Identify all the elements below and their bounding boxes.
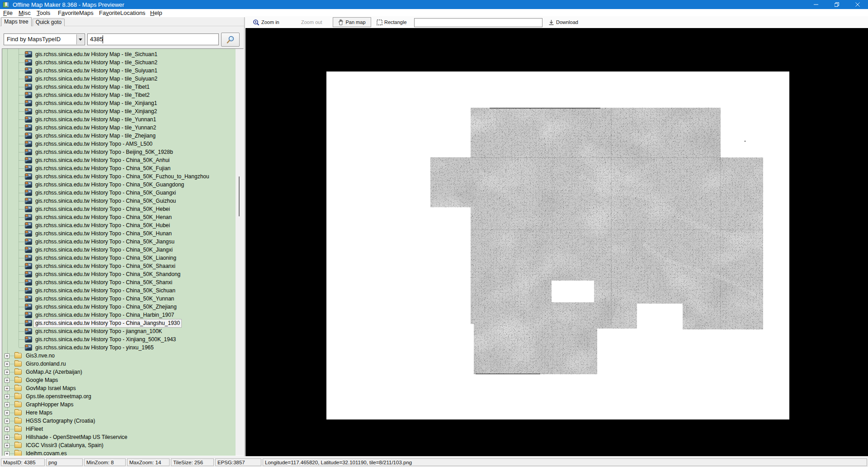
expand-plus-icon[interactable] — [5, 353, 9, 358]
magnifier-icon — [226, 35, 235, 44]
tree-folder[interactable]: HGSS Cartography (Croatia) — [2, 417, 236, 425]
tree-scrollbar[interactable] — [236, 49, 243, 456]
tree-item[interactable]: gis.rchss.sinica.edu.tw History Topo - C… — [2, 254, 236, 262]
hand-icon — [338, 19, 344, 25]
folder-icon — [14, 443, 22, 448]
rectangle-button[interactable]: Rectangle — [376, 16, 408, 28]
expand-plus-icon[interactable] — [5, 435, 9, 440]
tree-item[interactable]: gis.rchss.sinica.edu.tw History Topo - C… — [2, 205, 236, 213]
tree-item[interactable]: gis.rchss.sinica.edu.tw History Map - ti… — [2, 124, 236, 132]
expand-plus-icon[interactable] — [5, 410, 9, 415]
tree-item[interactable]: gis.rchss.sinica.edu.tw History Topo - C… — [2, 246, 236, 254]
tree-item[interactable]: gis.rchss.sinica.edu.tw History Topo - B… — [2, 148, 236, 156]
tree-item[interactable]: gis.rchss.sinica.edu.tw History Topo - C… — [2, 156, 236, 164]
download-icon — [548, 19, 554, 25]
minimize-button[interactable] — [806, 0, 826, 9]
tree-scrollbar-thumb[interactable] — [239, 176, 240, 216]
zoom-in-button[interactable]: Zoom in — [253, 16, 279, 28]
tree-item[interactable]: gis.rchss.sinica.edu.tw History Topo - y… — [2, 343, 236, 352]
tree-folder[interactable]: Gps.tile.openstreetmap.org — [2, 392, 236, 400]
tree-item[interactable]: gis.rchss.sinica.edu.tw History Topo - C… — [2, 172, 236, 181]
tree-item[interactable]: gis.rchss.sinica.edu.tw History Topo - A… — [2, 140, 236, 148]
expand-plus-icon[interactable] — [5, 451, 9, 456]
search-input[interactable]: 4385 — [87, 33, 219, 45]
tree-item[interactable]: gis.rchss.sinica.edu.tw History Topo - C… — [2, 238, 236, 246]
tree-folder[interactable]: GoMap.Az (Azerbaijan) — [2, 368, 236, 376]
tree-item[interactable]: gis.rchss.sinica.edu.tw History Map - ti… — [2, 83, 236, 91]
tree-item[interactable]: gis.rchss.sinica.edu.tw History Topo - C… — [2, 278, 236, 286]
tree-folder[interactable]: GraphHopper Maps — [2, 400, 236, 409]
tree-folder[interactable]: Ideihm.covam.es — [2, 449, 236, 456]
menu-tools[interactable]: Tools — [37, 9, 50, 17]
tree-item[interactable]: gis.rchss.sinica.edu.tw History Map - ti… — [2, 91, 236, 99]
tree-item[interactable]: gis.rchss.sinica.edu.tw History Map - ti… — [2, 50, 236, 58]
tree-item[interactable]: gis.rchss.sinica.edu.tw History Topo - C… — [2, 164, 236, 172]
tree-item[interactable]: gis.rchss.sinica.edu.tw History Map - ti… — [2, 75, 236, 83]
pan-map-button[interactable]: Pan map — [333, 17, 371, 27]
tree-item[interactable]: gis.rchss.sinica.edu.tw History Topo - C… — [2, 262, 236, 270]
find-by-dropdown[interactable]: Find by MapsTypeID — [4, 33, 85, 45]
tree-folder[interactable]: Google Maps — [2, 376, 236, 384]
tree-folder[interactable]: HiFleet — [2, 425, 236, 433]
tree-item[interactable]: gis.rchss.sinica.edu.tw History Topo - C… — [2, 270, 236, 278]
close-button[interactable] — [847, 0, 868, 9]
tree-folder[interactable]: Gis3.nve.no — [2, 352, 236, 360]
expand-plus-icon[interactable] — [5, 402, 9, 407]
tree-item[interactable]: gis.rchss.sinica.edu.tw History Map - ti… — [2, 58, 236, 67]
tree-item[interactable]: gis.rchss.sinica.edu.tw History Map - ti… — [2, 132, 236, 140]
expand-plus-icon[interactable] — [5, 443, 9, 448]
tab-maps-tree[interactable]: Maps tree — [1, 17, 32, 26]
tree-item[interactable]: gis.rchss.sinica.edu.tw History Map - ti… — [2, 67, 236, 75]
menu-help[interactable]: Help — [150, 9, 162, 17]
tab-quick-goto[interactable]: Quick goto — [33, 19, 65, 26]
tree-item[interactable]: gis.rchss.sinica.edu.tw History Map - ti… — [2, 115, 236, 124]
expand-plus-icon[interactable] — [5, 362, 9, 367]
tree-item[interactable]: gis.rchss.sinica.edu.tw History Topo - C… — [2, 197, 236, 205]
tree-folder[interactable]: Here Maps — [2, 409, 236, 417]
expand-plus-icon[interactable] — [5, 419, 9, 424]
expand-plus-icon[interactable] — [5, 370, 9, 375]
tree-item[interactable]: gis.rchss.sinica.edu.tw History Topo - C… — [2, 189, 236, 197]
zoom-out-button[interactable]: Zoom out — [301, 16, 322, 28]
window-title: Offline Map Maker 8.368 - Maps Previewer — [13, 1, 124, 8]
expand-plus-icon[interactable] — [5, 378, 9, 383]
tree-folder[interactable]: Hillshade - OpenStreetMap US Tileservice — [2, 433, 236, 441]
expand-plus-icon[interactable] — [5, 427, 9, 432]
tree-item[interactable]: gis.rchss.sinica.edu.tw History Map - ti… — [2, 107, 236, 115]
download-button[interactable]: Download — [548, 16, 578, 28]
tree-item[interactable]: gis.rchss.sinica.edu.tw History Topo - C… — [2, 229, 236, 238]
tab-strip: Maps tree Quick goto — [0, 17, 245, 28]
folder-icon — [14, 361, 22, 367]
map-canvas[interactable] — [326, 71, 789, 419]
tree-item[interactable]: gis.rchss.sinica.edu.tw History Topo - C… — [2, 303, 236, 311]
tree-item[interactable]: gis.rchss.sinica.edu.tw History Topo - C… — [2, 213, 236, 221]
tree-folder[interactable]: ICGC Vissir3 (Catalunya, Spain) — [2, 441, 236, 449]
tree-item[interactable]: gis.rchss.sinica.edu.tw History Topo - j… — [2, 327, 236, 335]
toolbar-input[interactable] — [414, 18, 542, 27]
tree-folder[interactable]: Gisro.donland.ru — [2, 360, 236, 368]
menu-file[interactable]: File — [3, 9, 13, 17]
tree-item[interactable]: gis.rchss.sinica.edu.tw History Topo - C… — [2, 181, 236, 189]
map-tile-icon — [25, 238, 32, 245]
tree-item[interactable]: gis.rchss.sinica.edu.tw History Topo - C… — [2, 311, 236, 319]
menu-favoritemaps[interactable]: FavoriteMaps — [58, 9, 94, 17]
dropdown-arrow-icon[interactable] — [76, 34, 84, 44]
map-view[interactable] — [245, 28, 868, 456]
search-button[interactable] — [221, 33, 240, 47]
tree-folder[interactable]: GovMap Israel Maps — [2, 384, 236, 392]
menu-favoritelocations[interactable]: FavoriteLocations — [99, 9, 146, 17]
maps-tree-list[interactable]: gis.rchss.sinica.edu.tw History Map - ti… — [2, 49, 236, 456]
tree-item[interactable]: gis.rchss.sinica.edu.tw History Topo - C… — [2, 286, 236, 295]
tree-item[interactable]: gis.rchss.sinica.edu.tw History Topo - C… — [2, 295, 236, 303]
tree-item[interactable]: gis.rchss.sinica.edu.tw History Topo - C… — [2, 319, 236, 327]
map-tile-icon — [25, 336, 32, 343]
title-bar: Offline Map Maker 8.368 - Maps Previewer — [0, 0, 868, 9]
menu-misc[interactable]: Misc — [19, 9, 31, 17]
status-cell: EPSG:3857 — [215, 458, 261, 466]
expand-plus-icon[interactable] — [5, 386, 9, 391]
expand-plus-icon[interactable] — [5, 394, 9, 399]
restore-button[interactable] — [826, 0, 847, 9]
tree-item[interactable]: gis.rchss.sinica.edu.tw History Topo - C… — [2, 221, 236, 229]
tree-item[interactable]: gis.rchss.sinica.edu.tw History Topo - X… — [2, 335, 236, 343]
tree-item[interactable]: gis.rchss.sinica.edu.tw History Map - ti… — [2, 99, 236, 107]
